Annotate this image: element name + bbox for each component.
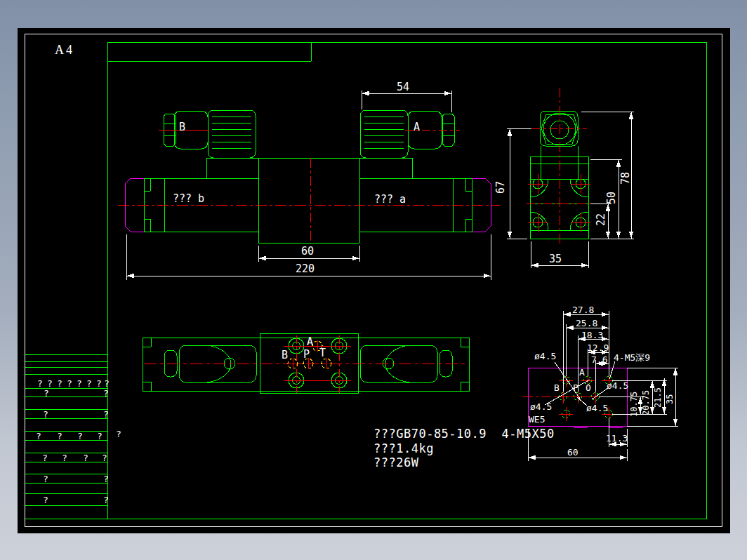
thread-note-label: 4-M5深9 — [614, 353, 650, 362]
title-block-mark: ? — [36, 432, 41, 441]
title-block-mark: ? — [83, 453, 88, 462]
dim-20-75: 20.75 — [642, 390, 650, 415]
pattern-code-label: WE5 — [529, 415, 545, 424]
hole-dia-label-3: ø4.5 — [530, 402, 552, 411]
solenoid-a-label: A — [414, 122, 420, 133]
solenoid-b-label: B — [179, 122, 185, 133]
mount-port-a-label: A — [579, 368, 585, 377]
title-block-mark: ? — [57, 432, 62, 441]
dim-35-side: 35 — [549, 254, 562, 265]
frame-and-views — [25, 42, 706, 519]
dim-12-9: 12.9 — [587, 343, 609, 352]
title-block-mark: ? — [96, 379, 102, 388]
dim-78: 78 — [621, 172, 631, 185]
title-block-mark: ? — [102, 453, 107, 462]
drawing-linework — [0, 0, 747, 560]
mount-port-o-label: O — [586, 383, 591, 392]
dim-18-3: 18.3 — [581, 331, 603, 340]
mount-port-p-label: P — [573, 383, 579, 392]
title-block-mark: ? — [86, 379, 92, 388]
cad-viewer-window: A4 B A ??? b ??? a 54 60 220 67 78 50 22… — [0, 0, 747, 560]
title-block-mark: ? — [103, 410, 109, 419]
title-block-mark: ? — [67, 379, 72, 388]
dim-7-6: 7.6 — [591, 355, 607, 364]
dim-21-5: 21.5 — [654, 387, 662, 408]
title-block-mark: ? — [104, 379, 110, 388]
title-block-mark: ? — [97, 432, 103, 441]
dim-35-mount: 35 — [666, 394, 674, 404]
fins — [212, 116, 404, 148]
dim-54: 54 — [397, 82, 409, 93]
mount-port-b-label: B — [554, 383, 560, 392]
hole-dia-label-1: ø4.5 — [534, 352, 556, 361]
body-text-a: ??? a — [374, 194, 406, 205]
port-b-label: B — [282, 350, 288, 361]
title-block-grid — [25, 354, 107, 505]
title-block-mark: ? — [37, 379, 43, 388]
dim-27-8: 27.8 — [572, 305, 594, 314]
title-block-mark: ? — [43, 495, 48, 505]
title-block-mark: ? — [42, 453, 48, 462]
left-fin-box — [208, 110, 256, 158]
title-block-mark: ? — [43, 410, 48, 419]
note-line-2: ???1.4kg — [374, 443, 434, 455]
dim-67: 67 — [496, 181, 506, 194]
dim-10-75: 10.75 — [630, 392, 638, 417]
port-a-label: A — [307, 337, 313, 347]
body-text-b: ??? b — [173, 194, 204, 204]
dim-60: 60 — [301, 246, 314, 257]
dim-11-3: 11.3 — [606, 434, 628, 443]
hole-dia-label-4: ø4.5 — [586, 404, 608, 413]
title-block-mark: ? — [77, 379, 82, 388]
title-block-mark: ? — [43, 474, 48, 484]
dim-60-mount: 60 — [567, 448, 579, 457]
title-block-mark: ? — [77, 432, 83, 441]
right-fin-box — [360, 110, 408, 158]
hole-dia-label-2: ø4.5 — [607, 381, 628, 390]
title-block-mark: ? — [57, 379, 62, 388]
magenta-linework — [125, 178, 627, 427]
port-t-label: T — [319, 348, 326, 359]
title-block-mark: ? — [62, 453, 67, 462]
title-block-mark: ? — [44, 389, 49, 398]
dim-50: 50 — [607, 192, 617, 204]
sheet-format-label: A4 — [55, 44, 74, 56]
dim-220: 220 — [296, 264, 315, 274]
title-block-outside-mark: ? — [116, 429, 121, 439]
note-line-1: ???GB70-85-10.9 4-M5X50 — [374, 428, 555, 440]
dim-22: 22 — [596, 213, 607, 226]
note-line-3: ???26W — [374, 457, 418, 469]
dim-25-8: 25.8 — [576, 319, 597, 328]
frame — [25, 42, 706, 519]
title-block-mark: ? — [103, 389, 109, 398]
title-block-mark: ? — [47, 379, 53, 388]
title-block-mark: ? — [103, 474, 109, 484]
title-block-mark: ? — [103, 495, 109, 505]
port-p-label: P — [303, 349, 310, 360]
